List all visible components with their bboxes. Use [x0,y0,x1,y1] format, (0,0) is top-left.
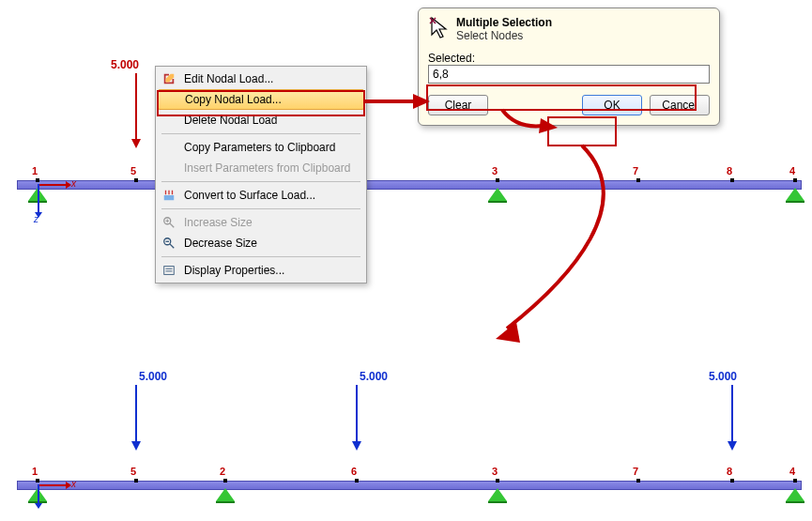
node-label: 4 [789,165,795,176]
ctx-separator [161,133,360,134]
ctx-label: Copy Parameters to Clipboard [184,141,359,154]
ctx-label: Edit Nodal Load... [184,72,359,85]
ctx-copy-nodal-load[interactable]: Copy Nodal Load... [158,89,364,110]
load-value: 5.000 [360,370,388,383]
node-dot [730,178,734,182]
node-label: 3 [492,466,498,477]
node-label: 1 [32,466,38,477]
display-props-icon [160,261,178,280]
ctx-label: Display Properties... [184,264,359,277]
node-dot [223,479,227,483]
node-dot [355,479,359,483]
ctx-convert-surface-load[interactable]: Convert to Surface Load... [158,185,364,206]
node-label: 7 [633,466,638,477]
node-dot [793,479,797,483]
ctx-copy-params[interactable]: Copy Parameters to Clipboard [158,137,364,158]
node-dot [134,178,138,182]
cancel-button[interactable]: Cancel [650,95,710,115]
svg-rect-3 [164,267,175,275]
support-icon [488,488,507,501]
node-label: 8 [727,466,732,477]
annotation-arrow-icon [469,146,657,355]
blank-icon [160,159,178,177]
convert-icon [160,186,178,205]
axis-x-label: x [71,178,76,189]
blank-icon [160,111,178,130]
node-label: 6 [351,466,357,477]
node-label: 5 [130,165,136,176]
axis-x-label: x [71,479,76,489]
support-icon [786,188,804,201]
node-label: 2 [220,466,225,477]
increase-icon [160,213,178,232]
axis-z-label: z [34,214,38,224]
ctx-separator [161,256,360,257]
ctx-label: Increase Size [184,216,359,229]
ctx-label: Insert Parameters from Clipboard [184,161,359,175]
node-label: 8 [727,165,732,176]
canvas: 1 5 3 7 8 4 x z 5.000 Edit Nodal Load...… [0,0,812,521]
clear-button[interactable]: Clear [428,95,488,115]
svg-rect-0 [164,195,175,200]
node-dot [496,479,499,483]
node-dot [793,178,797,182]
node-dot [636,479,640,483]
ctx-insert-params: Insert Parameters from Clipboard [158,158,364,178]
node-dot [134,479,138,483]
blank-icon [160,138,178,157]
ctx-separator [161,208,360,209]
ctx-increase-size: Increase Size [158,212,364,233]
ok-button[interactable]: OK [582,95,642,115]
node-dot [636,178,640,182]
node-dot [496,178,499,182]
load-value: 5.000 [111,58,139,71]
support-icon [488,188,507,201]
multiple-selection-dialog[interactable]: Multiple Selection Select Nodes Selected… [418,8,720,126]
ctx-decrease-size[interactable]: Decrease Size [158,233,364,253]
ctx-delete-nodal-load[interactable]: Delete Nodal Load [158,110,364,130]
dialog-subtitle: Select Nodes [456,29,552,42]
node-label: 3 [492,165,498,176]
ctx-display-properties[interactable]: Display Properties... [158,260,364,281]
load-value: 5.000 [709,370,737,383]
decrease-icon [160,234,178,253]
svg-marker-7 [496,322,520,343]
selected-label: Selected: [428,52,710,65]
node-label: 5 [130,466,136,477]
ctx-edit-nodal-load[interactable]: Edit Nodal Load... [158,69,364,89]
ctx-label: Copy Nodal Load... [185,93,358,106]
dialog-title: Multiple Selection [456,16,552,29]
support-icon [786,488,804,501]
edit-load-icon [160,69,178,88]
cursor-icon [428,16,451,42]
ctx-label: Delete Nodal Load [184,114,359,127]
context-menu[interactable]: Edit Nodal Load... Copy Nodal Load... De… [155,66,367,283]
ctx-separator [161,181,360,182]
ctx-label: Convert to Surface Load... [184,189,359,202]
blank-icon [161,90,179,109]
node-label: 7 [633,165,638,176]
selected-input[interactable] [428,65,710,84]
node-dot [36,479,39,483]
node-dot [36,178,39,182]
ctx-label: Decrease Size [184,237,359,250]
node-label: 1 [32,165,38,176]
node-dot [730,479,734,483]
load-value: 5.000 [139,370,167,383]
support-icon [216,488,235,501]
node-label: 4 [789,466,795,477]
